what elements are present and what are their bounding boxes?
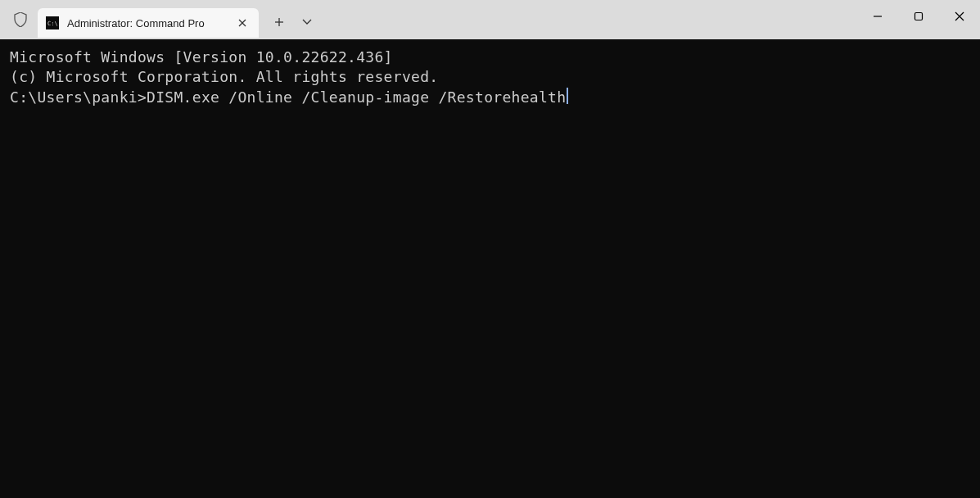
prompt-command: DISM.exe /Online /Cleanup-image /Restore…: [147, 88, 566, 107]
terminal-line: Microsoft Windows [Version 10.0.22622.43…: [10, 48, 970, 67]
minimize-button[interactable]: [857, 0, 898, 33]
svg-rect-6: [915, 13, 923, 20]
maximize-button[interactable]: [898, 0, 939, 33]
terminal-cursor: [567, 88, 568, 104]
cmd-icon: C:\: [46, 16, 59, 29]
new-tab-button[interactable]: [265, 8, 293, 36]
terminal-output[interactable]: Microsoft Windows [Version 10.0.22622.43…: [0, 39, 980, 498]
tab-close-button[interactable]: [234, 15, 251, 31]
svg-text:C:\: C:\: [47, 20, 58, 27]
window-controls: [857, 0, 980, 33]
titlebar: C:\ Administrator: Command Pro: [0, 0, 980, 39]
terminal-line: (c) Microsoft Corporation. All rights re…: [10, 67, 970, 87]
tab-command-prompt[interactable]: C:\ Administrator: Command Pro: [38, 8, 259, 38]
tab-actions: [265, 8, 321, 36]
tab-title: Administrator: Command Pro: [67, 17, 226, 29]
tab-dropdown-button[interactable]: [293, 8, 321, 36]
close-window-button[interactable]: [939, 0, 980, 33]
prompt-path: C:\Users\panki>: [10, 88, 147, 107]
shield-icon: [13, 12, 28, 27]
terminal-prompt-line: C:\Users\panki>DISM.exe /Online /Cleanup…: [10, 88, 970, 107]
